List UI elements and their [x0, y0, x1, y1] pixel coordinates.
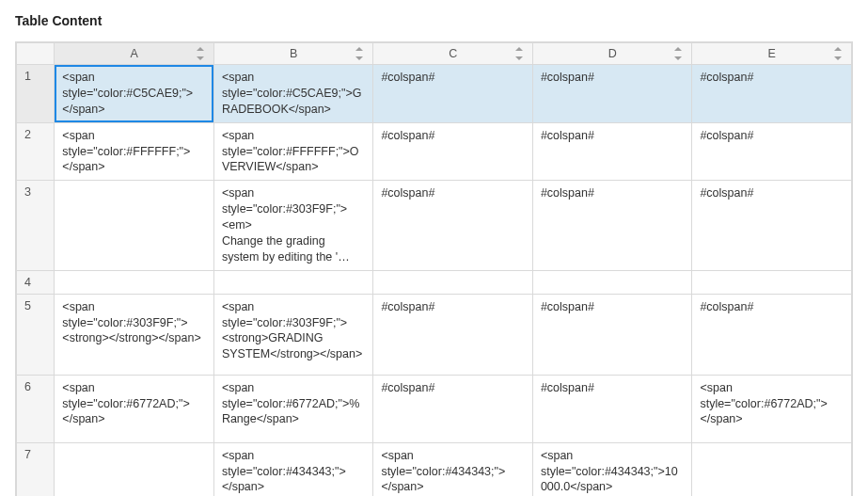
cell[interactable]	[692, 270, 852, 294]
row-header[interactable]: 7	[17, 442, 55, 496]
column-header-label: D	[608, 47, 617, 60]
cell-text: #colspan#	[541, 185, 685, 201]
cell-text: #colspan#	[381, 299, 525, 315]
cell[interactable]	[55, 181, 214, 270]
spreadsheet-table: ABCDE 1<span style="color:#C5CAE9;"></sp…	[16, 42, 852, 496]
cell-text: <span style="color:#FFFFFF;"></span>	[62, 128, 206, 176]
cell-text: <span style="color:#6772AD;">% Range</sp…	[222, 380, 366, 428]
cell-text: <span style="color:#C5CAE9;">GRADEBOOK</…	[222, 70, 366, 118]
table-row: 5<span style="color:#303F9F;"><strong></…	[17, 294, 852, 375]
cell-text: #colspan#	[381, 380, 525, 396]
cell-text: #colspan#	[541, 128, 685, 144]
cell[interactable]	[213, 270, 373, 294]
cell[interactable]: <span style="color:#303F9F;"><strong>GRA…	[213, 294, 373, 375]
cell-text: <span style="color:#303F9F;"><strong>GRA…	[222, 299, 366, 363]
table-row: 2<span style="color:#FFFFFF;"></span><sp…	[17, 122, 852, 181]
column-header-e[interactable]: E	[692, 43, 852, 65]
cell[interactable]: #colspan#	[373, 294, 533, 375]
column-header-label: A	[130, 47, 137, 60]
cell[interactable]	[692, 442, 852, 496]
table-row: 1<span style="color:#C5CAE9;"></span><sp…	[17, 65, 852, 123]
column-header-b[interactable]: B	[213, 43, 373, 65]
cell[interactable]	[532, 270, 692, 294]
cell[interactable]: <span style="color:#C5CAE9;">GRADEBOOK</…	[213, 65, 373, 123]
cell[interactable]: #colspan#	[373, 122, 533, 181]
cell[interactable]: #colspan#	[692, 65, 852, 123]
table-row: 4	[17, 270, 852, 294]
cell-text: #colspan#	[381, 128, 525, 144]
row-header[interactable]: 6	[17, 375, 55, 442]
cell-text: #colspan#	[381, 70, 525, 86]
cell-text: #colspan#	[541, 70, 685, 86]
row-header[interactable]: 3	[17, 181, 55, 270]
cell-text: #colspan#	[541, 380, 685, 396]
row-header[interactable]: 2	[17, 122, 55, 181]
table-row: 7<span style="color:#434343;"></span><sp…	[17, 442, 852, 496]
cell-text: <span style="color:#6772AD;"></span>	[700, 380, 844, 428]
cell-text: #colspan#	[381, 185, 525, 201]
panel-title: Table Content	[0, 0, 868, 41]
cell-text: <span style="color:#303F9F;"><strong></s…	[62, 299, 206, 347]
cell[interactable]: <span style="color:#434343;"></span>	[373, 442, 533, 496]
cell-text: #colspan#	[700, 128, 844, 144]
spreadsheet[interactable]: ABCDE 1<span style="color:#C5CAE9;"></sp…	[15, 41, 853, 496]
table-row: 6<span style="color:#6772AD;"></span><sp…	[17, 375, 852, 442]
table-content-panel: Table Content ABCDE 1<span style="color:…	[0, 0, 868, 496]
cell[interactable]: <span style="color:#6772AD;"></span>	[692, 375, 852, 442]
cell[interactable]: #colspan#	[692, 181, 852, 270]
cell[interactable]: <span style="color:#FFFFFF;"></span>	[55, 122, 214, 181]
select-all-corner[interactable]	[17, 43, 55, 65]
table-row: 3<span style="color:#303F9F;"><em> Chang…	[17, 181, 852, 270]
cell[interactable]: #colspan#	[373, 375, 533, 442]
cell-text: <span style="color:#434343;"></span>	[222, 448, 366, 496]
cell-text: <span style="color:#303F9F;"><em> Change…	[222, 185, 366, 264]
cell[interactable]: #colspan#	[692, 294, 852, 375]
cell[interactable]: #colspan#	[692, 122, 852, 181]
cell[interactable]: <span style="color:#6772AD;"></span>	[55, 375, 214, 442]
cell[interactable]	[373, 270, 533, 294]
cell[interactable]: <span style="color:#303F9F;"><strong></s…	[55, 294, 214, 375]
cell[interactable]: <span style="color:#6772AD;">% Range</sp…	[213, 375, 373, 442]
cell[interactable]: #colspan#	[532, 181, 692, 270]
row-header[interactable]: 5	[17, 294, 55, 375]
cell[interactable]: #colspan#	[532, 375, 692, 442]
cell-text: #colspan#	[541, 299, 685, 315]
cell[interactable]: <span style="color:#303F9F;"><em> Change…	[213, 181, 373, 270]
cell-text: #colspan#	[700, 299, 844, 315]
sort-icon[interactable]	[672, 48, 684, 59]
sort-icon[interactable]	[354, 48, 365, 59]
cell[interactable]	[55, 270, 214, 294]
row-header[interactable]: 1	[17, 65, 55, 123]
cell[interactable]: <span style="color:#C5CAE9;"></span>	[55, 65, 214, 123]
cell[interactable]: <span style="color:#FFFFFF;">OVERVIEW</s…	[213, 122, 373, 181]
cell-text: <span style="color:#6772AD;"></span>	[62, 380, 206, 428]
column-header-label: B	[290, 47, 297, 60]
column-header-c[interactable]: C	[373, 43, 533, 65]
cell[interactable]: #colspan#	[373, 65, 533, 123]
cell-text: #colspan#	[700, 185, 844, 201]
cell[interactable]: #colspan#	[532, 294, 692, 375]
cell-text: <span style="color:#434343;">10000.0</sp…	[541, 448, 685, 496]
spreadsheet-body: 1<span style="color:#C5CAE9;"></span><sp…	[17, 65, 852, 497]
cell-text: <span style="color:#C5CAE9;"></span>	[62, 70, 206, 118]
sort-icon[interactable]	[832, 48, 844, 59]
cell[interactable]: <span style="color:#434343;">10000.0</sp…	[532, 442, 692, 496]
cell-text: <span style="color:#434343;"></span>	[381, 448, 525, 496]
column-header-label: C	[449, 47, 457, 60]
cell[interactable]: #colspan#	[532, 65, 692, 123]
cell[interactable]: #colspan#	[373, 181, 533, 270]
column-header-a[interactable]: A	[55, 43, 214, 65]
column-header-label: E	[768, 47, 776, 60]
sort-icon[interactable]	[195, 48, 206, 59]
column-header-row: ABCDE	[17, 43, 852, 65]
row-header[interactable]: 4	[17, 270, 55, 294]
cell-text: #colspan#	[700, 70, 844, 86]
cell-text: <span style="color:#FFFFFF;">OVERVIEW</s…	[222, 128, 366, 176]
cell[interactable]	[55, 442, 214, 496]
sort-icon[interactable]	[513, 48, 525, 59]
cell[interactable]: #colspan#	[532, 122, 692, 181]
cell[interactable]: <span style="color:#434343;"></span>	[213, 442, 373, 496]
column-header-d[interactable]: D	[532, 43, 692, 65]
